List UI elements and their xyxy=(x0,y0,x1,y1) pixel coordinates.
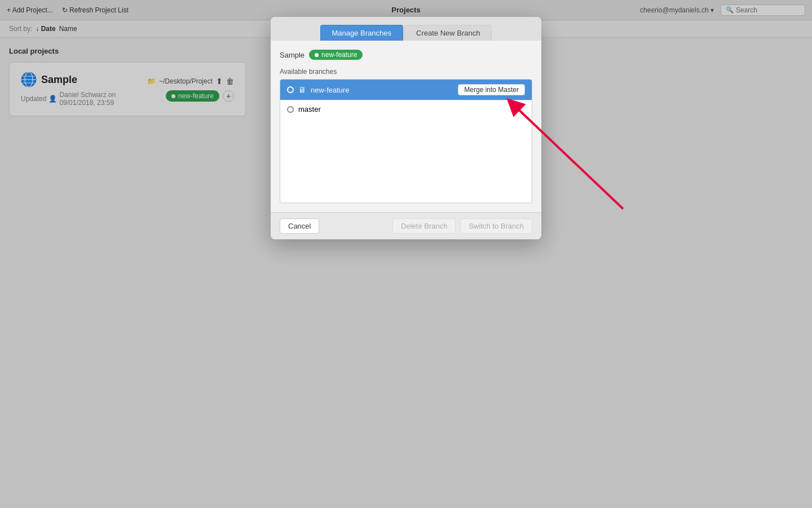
branch-item-new-feature[interactable]: 🖥 new-feature Merge into Master xyxy=(280,80,532,100)
merge-into-master-button[interactable]: Merge into Master xyxy=(458,84,525,95)
available-branches-label: Available branches xyxy=(280,68,532,76)
footer-left: Cancel xyxy=(280,218,319,234)
modal-project-label: Sample xyxy=(280,51,304,59)
modal-current-branch: new-feature xyxy=(321,51,357,59)
branch-radio-master xyxy=(287,106,294,113)
modal-tabs: Manage Branches Create New Branch xyxy=(271,17,541,41)
monitor-icon: 🖥 xyxy=(298,85,306,94)
cancel-button[interactable]: Cancel xyxy=(280,218,319,234)
modal-body: Sample new-feature Available branches 🖥 … xyxy=(271,41,541,212)
modal-branch-dot xyxy=(315,53,319,57)
branch-name-master: master xyxy=(298,105,321,113)
branch-modal: Manage Branches Create New Branch Sample… xyxy=(271,17,541,239)
tab-create-new-branch[interactable]: Create New Branch xyxy=(404,25,492,41)
branch-item-master-left: master xyxy=(287,105,321,113)
branch-item-left: 🖥 new-feature xyxy=(287,85,350,94)
branch-radio-new-feature xyxy=(287,86,294,93)
modal-project-row: Sample new-feature xyxy=(280,50,532,60)
modal-overlay: Manage Branches Create New Branch Sample… xyxy=(0,0,812,508)
branches-list: 🖥 new-feature Merge into Master master xyxy=(280,79,532,203)
branch-name-new-feature: new-feature xyxy=(311,86,350,94)
modal-footer: Cancel Delete Branch Switch to Branch xyxy=(271,212,541,239)
branch-item-master[interactable]: master xyxy=(280,100,532,118)
footer-right: Delete Branch Switch to Branch xyxy=(392,218,532,234)
switch-to-branch-button: Switch to Branch xyxy=(460,218,532,234)
delete-branch-button: Delete Branch xyxy=(392,218,456,234)
modal-branch-badge: new-feature xyxy=(309,50,363,60)
tab-manage-branches[interactable]: Manage Branches xyxy=(320,25,404,41)
